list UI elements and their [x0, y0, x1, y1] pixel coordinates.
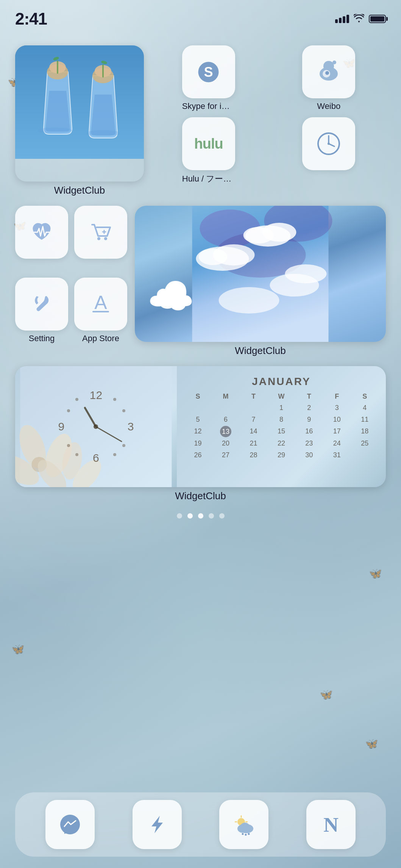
- cal-day-30[interactable]: 30: [296, 450, 323, 461]
- svg-text:A: A: [94, 292, 107, 313]
- cal-day-7[interactable]: 7: [240, 414, 267, 425]
- app-item-appstore[interactable]: A App Store: [74, 278, 127, 343]
- cal-day-14[interactable]: 14: [240, 426, 267, 437]
- cal-day-13-today[interactable]: 13: [220, 426, 231, 437]
- calendar-month: JANUARY: [184, 376, 378, 388]
- weibo-icon: [302, 45, 355, 98]
- page-dot-3[interactable]: [198, 513, 203, 519]
- clock-calendar-widget: 12 3 6 9: [15, 366, 386, 487]
- widgetclub-widget-2[interactable]: WidgetClub: [135, 206, 386, 357]
- cal-day-26[interactable]: 26: [184, 450, 211, 461]
- cal-day-12[interactable]: 12: [184, 426, 211, 437]
- svg-point-10: [86, 130, 120, 136]
- dock-app-notion[interactable]: N: [306, 800, 356, 849]
- wifi-icon: [354, 13, 364, 25]
- page-dot-5[interactable]: [219, 513, 225, 519]
- svg-point-9: [38, 127, 72, 134]
- dock-app-messenger[interactable]: [45, 800, 95, 849]
- calendar-grid: S M T W T F S 1 2 3 4: [184, 391, 378, 461]
- cal-day-20[interactable]: 20: [212, 438, 239, 449]
- cal-day-23[interactable]: 23: [296, 438, 323, 449]
- cal-day-3[interactable]: 3: [323, 402, 350, 413]
- cal-header-w: W: [268, 391, 295, 402]
- cal-day-24[interactable]: 24: [323, 438, 350, 449]
- clock-center: [94, 424, 98, 429]
- clock-dot-4: [122, 444, 125, 447]
- cal-day-6[interactable]: 6: [212, 414, 239, 425]
- cal-day-1[interactable]: 1: [268, 402, 295, 413]
- svg-point-34: [243, 227, 274, 244]
- widgetclub-widget-1[interactable]: WidgetClub: [15, 45, 144, 196]
- app-item-clock[interactable]: [272, 117, 386, 185]
- svg-point-39: [270, 274, 319, 297]
- cal-header-f: F: [323, 391, 350, 402]
- widgetclub-image-drinks: [15, 45, 144, 159]
- cal-day-16[interactable]: 16: [296, 426, 323, 437]
- status-icons: [335, 13, 386, 25]
- clock-section: 12 3 6 9: [15, 366, 177, 487]
- appstore-label: App Store: [82, 334, 119, 343]
- widgetclub-widget-3[interactable]: 12 3 6 9: [15, 366, 386, 502]
- clock-dot-11: [75, 398, 78, 401]
- page-dot-1[interactable]: [177, 513, 182, 519]
- cal-day-5[interactable]: 5: [184, 414, 211, 425]
- cal-day-9[interactable]: 9: [296, 414, 323, 425]
- app-item-health[interactable]: [15, 206, 68, 272]
- svg-point-14: [323, 61, 334, 71]
- skype-label: Skype for iPhon: [182, 101, 235, 111]
- app-item-cart[interactable]: [74, 206, 127, 272]
- hulu-icon: hulu: [182, 117, 235, 170]
- app-item-skype[interactable]: S Skype for iPhon: [151, 45, 266, 111]
- cal-day-21[interactable]: 21: [240, 438, 267, 449]
- cart-icon: [74, 206, 127, 259]
- cal-day-8[interactable]: 8: [268, 414, 295, 425]
- widgetclub-label-3: WidgetClub: [15, 490, 386, 502]
- app-item-weibo[interactable]: Weibo: [272, 45, 386, 111]
- cal-day-4[interactable]: 4: [351, 402, 378, 413]
- svg-point-15: [332, 61, 336, 64]
- reeder-icon: [133, 800, 182, 849]
- svg-point-57: [240, 823, 250, 830]
- cal-day-31[interactable]: 31: [323, 450, 350, 461]
- clock-num-3: 3: [128, 420, 134, 433]
- cal-header-s1: S: [184, 391, 211, 402]
- cal-day-2[interactable]: 2: [296, 402, 323, 413]
- middle-left-grid: Setting A App Store: [15, 206, 127, 343]
- signal-icon: [335, 15, 349, 23]
- clock-dot-5: [113, 453, 116, 456]
- cal-day-10[interactable]: 10: [323, 414, 350, 425]
- cal-day-29[interactable]: 29: [268, 450, 295, 461]
- cal-day-27[interactable]: 27: [212, 450, 239, 461]
- cal-header-t2: T: [296, 391, 323, 402]
- dock-app-reeder[interactable]: [133, 800, 182, 849]
- status-bar: 2:41: [0, 0, 401, 30]
- clock-hand-hour: [84, 407, 97, 427]
- clock-dot-2: [122, 409, 125, 412]
- widgetclub-label-1: WidgetClub: [15, 185, 144, 196]
- app-item-hulu[interactable]: hulu Hulu / フールー .: [151, 117, 266, 185]
- cal-day-15[interactable]: 15: [268, 426, 295, 437]
- svg-point-60: [248, 833, 250, 835]
- cal-day-19[interactable]: 19: [184, 438, 211, 449]
- svg-point-37: [199, 248, 228, 265]
- svg-rect-7: [102, 64, 104, 78]
- page-dot-2[interactable]: [187, 513, 193, 519]
- dock-app-weather[interactable]: [219, 800, 268, 849]
- svg-rect-0: [15, 45, 144, 159]
- cal-day-e2: [212, 402, 239, 413]
- clock-dot-8: [67, 444, 70, 447]
- health-icon: [15, 206, 68, 259]
- calendar-section: JANUARY S M T W T F S 1: [177, 366, 386, 487]
- cal-day-25[interactable]: 25: [351, 438, 378, 449]
- cal-day-28[interactable]: 28: [240, 450, 267, 461]
- app-item-settings[interactable]: Setting: [15, 278, 68, 343]
- cal-day-11[interactable]: 11: [351, 414, 378, 425]
- page-dot-4[interactable]: [209, 513, 214, 519]
- cal-day-18[interactable]: 18: [351, 426, 378, 437]
- cal-day-22[interactable]: 22: [268, 438, 295, 449]
- clock-num-9: 9: [58, 420, 64, 433]
- cal-day-17[interactable]: 17: [323, 426, 350, 437]
- clock-app-icon: [302, 117, 355, 170]
- appstore-icon: A: [74, 278, 127, 331]
- messenger-icon: [45, 800, 95, 849]
